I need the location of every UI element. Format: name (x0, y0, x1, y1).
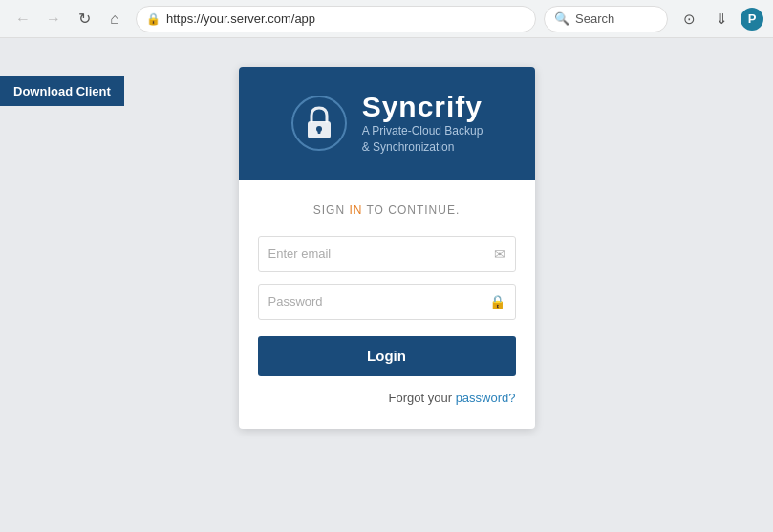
svg-rect-3 (317, 129, 320, 134)
page-content: Download Client Syncrify A Private-Cloud… (0, 38, 773, 532)
syncrify-logo (290, 95, 348, 152)
url-text: https://your.server.com/app (166, 11, 315, 26)
lock-icon: 🔒 (146, 12, 161, 26)
search-bar[interactable]: 🔍 Search (544, 6, 668, 32)
forgot-password: Forgot your password? (258, 391, 516, 405)
login-header: Syncrify A Private-Cloud Backup& Synchro… (239, 67, 535, 180)
forgot-password-text: Forgot your (389, 391, 456, 405)
app-name: Syncrify (362, 91, 483, 123)
pocket-button[interactable]: ⊙ (676, 6, 702, 32)
forward-button[interactable]: → (40, 6, 67, 32)
download-client-button[interactable]: Download Client (0, 76, 124, 106)
app-tagline: A Private-Cloud Backup& Synchronization (362, 123, 483, 156)
forgot-password-link[interactable]: password? (456, 391, 516, 405)
download-button[interactable]: ⇓ (708, 6, 735, 32)
back-button[interactable]: ← (10, 6, 36, 32)
email-input[interactable] (268, 246, 494, 261)
password-input[interactable] (268, 294, 489, 309)
email-icon: ✉ (494, 246, 505, 262)
email-field-container: ✉ (258, 236, 516, 272)
login-button[interactable]: Login (258, 336, 516, 376)
search-label: Search (575, 11, 614, 26)
lock-field-icon: 🔒 (489, 294, 505, 309)
in-highlight: IN (349, 203, 362, 217)
nav-buttons: ← → ↻ ⌂ (10, 6, 128, 32)
browser-icons: ⊙ ⇓ P (676, 6, 763, 32)
login-card: Syncrify A Private-Cloud Backup& Synchro… (239, 67, 535, 429)
sign-in-text: SIGN IN TO CONTINUE. (258, 203, 516, 217)
profile-icon[interactable]: P (741, 8, 763, 31)
address-bar[interactable]: 🔒 https://your.server.com/app (136, 6, 536, 32)
login-body: SIGN IN TO CONTINUE. ✉ 🔒 Login Forgot yo… (239, 180, 535, 429)
search-icon: 🔍 (554, 11, 569, 26)
login-header-text: Syncrify A Private-Cloud Backup& Synchro… (362, 91, 483, 156)
browser-toolbar: ← → ↻ ⌂ 🔒 https://your.server.com/app 🔍 … (0, 0, 773, 38)
reload-button[interactable]: ↻ (71, 6, 97, 32)
home-button[interactable]: ⌂ (101, 6, 128, 32)
password-field-container: 🔒 (258, 284, 516, 320)
